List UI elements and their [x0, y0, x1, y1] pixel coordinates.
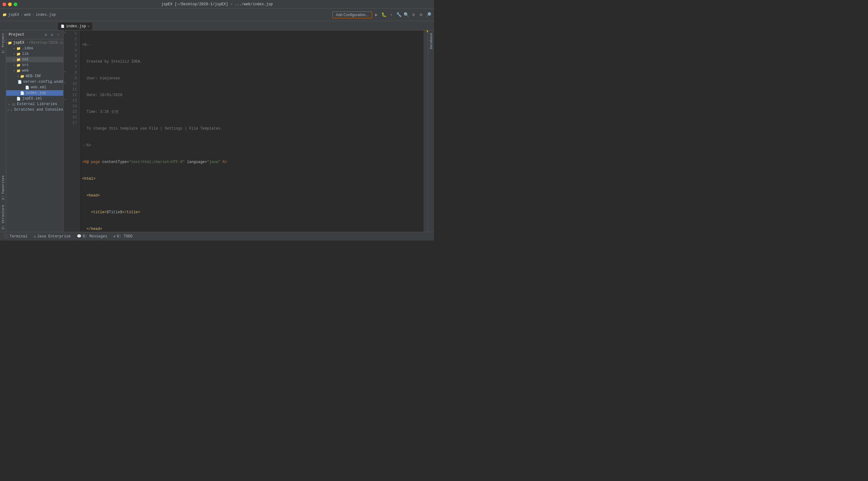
tree-label-webxml: web.xml: [31, 85, 46, 90]
line-numbers: 1 2 3 4 5 6 7 8 9 10 11 12 13 14 15 16 1…: [67, 30, 80, 232]
terminal-label: Terminal: [9, 234, 28, 239]
tree-arrow-src: ▸: [12, 63, 16, 67]
code-line-10: <head>: [82, 193, 421, 198]
folder-webinf-icon: 📁: [20, 74, 25, 79]
line-num-15: 15: [67, 109, 77, 115]
add-configuration-button[interactable]: Add Configuration...: [332, 11, 372, 18]
tab-close-button[interactable]: ✕: [88, 25, 90, 28]
minimize-button[interactable]: [8, 2, 12, 6]
messages-label: 0: Messages: [83, 234, 107, 239]
bottom-toolbar: ⬛ Terminal ☕ Java Enterprise 💬 0: Messag…: [0, 232, 434, 241]
tree-arrow-scratches: ▸: [7, 108, 9, 112]
line-num-12: 12: [67, 92, 77, 98]
tree-item-out[interactable]: ▸ 📁 out: [6, 57, 63, 62]
code-line-3: User: kimjunseo: [82, 76, 421, 81]
java-enterprise-label: Java Enterprise: [37, 234, 71, 239]
line-num-8: 8: [67, 70, 77, 76]
debug-icon[interactable]: 🐛: [381, 12, 387, 18]
line-num-13: 13: [67, 98, 77, 103]
profile-icon[interactable]: 🔧: [396, 12, 402, 18]
search2-icon[interactable]: 🔎: [425, 12, 432, 18]
scroll-marker: [427, 30, 428, 32]
tree-arrow-webinf: ▾: [16, 75, 20, 78]
window-title: jspEX [~/Desktop/2020-1/jspEX] – .../web…: [161, 2, 273, 6]
code-editor[interactable]: <%-- Created by IntelliJ IDEA. User: kim…: [80, 30, 424, 232]
tree-item-lib[interactable]: ▸ 📁 lib: [6, 51, 63, 57]
tree-label-idea: .idea: [22, 46, 33, 51]
tree-arrow-out: ▸: [12, 58, 16, 61]
tree-item-indexjsp[interactable]: ▸ 📄 index.jsp: [6, 90, 63, 96]
todo-icon: ✔: [113, 234, 116, 239]
file-wsdd-icon: 📄: [18, 79, 22, 84]
tree-item-webinf[interactable]: ▾ 📁 WEB-INF: [6, 73, 63, 79]
editor-area[interactable]: ⊖ ⊖ ⊖ ⊖ 1 2 3 4 5 6 7 8 9 10 11 12 13 14…: [63, 30, 428, 232]
line-num-4: 4: [67, 48, 77, 53]
project-tree: ▾ 📁 jspEX ~/Desktop/2020-1/jspEX ▸ 📁 .id…: [6, 39, 63, 232]
search-icon[interactable]: 🔍: [403, 12, 409, 18]
title-bar: jspEX [~/Desktop/2020-1/jspEX] – .../web…: [0, 0, 434, 9]
tree-item-idea[interactable]: ▸ 📁 .idea: [6, 46, 63, 51]
maximize-button[interactable]: [13, 2, 17, 6]
terminal-tab[interactable]: ⬛ Terminal: [2, 233, 29, 239]
tab-label: index.jsp: [66, 24, 86, 29]
line-num-5: 5: [67, 53, 77, 59]
scratches-icon: ✏: [9, 107, 13, 112]
tree-item-web[interactable]: ▾ 📁 web: [6, 68, 63, 73]
folder-src-icon: 📁: [16, 63, 21, 67]
project-icon: 📁: [8, 40, 12, 45]
tree-item-ext-libs[interactable]: ▸ 🗂 External Libraries: [6, 101, 63, 107]
window-controls: [2, 2, 17, 6]
tree-label-indexjsp: index.jsp: [26, 91, 46, 95]
gear-icon[interactable]: ⚙: [50, 32, 55, 37]
close-button[interactable]: [2, 2, 6, 6]
messages-tab[interactable]: 💬 0: Messages: [75, 233, 108, 239]
settings-icon[interactable]: ⚙: [410, 12, 417, 18]
java-enterprise-tab[interactable]: ☕ Java Enterprise: [33, 233, 72, 239]
tab-index-jsp[interactable]: 📄 index.jsp ✕: [57, 22, 93, 30]
main-area: 1: Project 2: Favorites Z: Structure Pro…: [0, 30, 434, 232]
tree-arrow-ext-libs: ▸: [7, 102, 11, 106]
minimap-area[interactable]: [424, 30, 428, 232]
code-line-4: Date: 10/01/2020: [82, 92, 421, 98]
todo-tab[interactable]: ✔ 6: TODO: [112, 233, 134, 239]
todo-label: 6: TODO: [117, 234, 132, 239]
expand-icon[interactable]: ⊞: [418, 12, 424, 18]
tree-arrow-web: ▾: [12, 69, 16, 72]
tree-item-jspex[interactable]: ▾ 📁 jspEX ~/Desktop/2020-1/jspEX: [6, 40, 63, 46]
line-num-6: 6: [67, 59, 77, 64]
vertical-tabs-right: Database: [428, 30, 434, 232]
ext-libs-icon: 🗂: [11, 102, 16, 107]
code-line-9: <html>: [82, 176, 421, 182]
database-panel-tab[interactable]: Database: [429, 30, 434, 52]
coverage-icon[interactable]: ⚡: [388, 12, 394, 18]
code-line-6: To change this template use File | Setti…: [82, 126, 421, 131]
file-xml-icon: 📄: [25, 85, 30, 90]
tree-item-jspex-iml[interactable]: ▸ 📄 jspEX.iml: [6, 96, 63, 101]
code-line-7: --%>: [82, 143, 421, 148]
favorites-panel-tab[interactable]: 2: Favorites: [1, 173, 6, 202]
cog-icon[interactable]: ⚙: [43, 32, 48, 37]
tree-label-lib: lib: [22, 52, 29, 56]
project-panel-tab[interactable]: 1: Project: [1, 30, 6, 56]
breadcrumb-jspex[interactable]: jspEX: [8, 13, 19, 17]
run-icon[interactable]: ▶: [373, 12, 379, 18]
breadcrumb-web[interactable]: web: [24, 13, 31, 17]
breadcrumb-file[interactable]: index.jsp: [36, 13, 56, 17]
tree-item-scratches[interactable]: ▸ ✏ Scratches and Consoles: [6, 107, 63, 113]
sidebar-title: Project: [9, 33, 24, 37]
tree-item-server-config[interactable]: ▸ 📄 server-config.wsdd: [6, 79, 63, 85]
messages-icon: 💬: [77, 234, 82, 239]
tree-item-webxml[interactable]: ▸ 📄 web.xml: [6, 85, 63, 90]
structure-panel-tab[interactable]: Z: Structure: [1, 202, 6, 232]
terminal-icon: ⬛: [4, 234, 8, 239]
folder-web-icon: 📁: [16, 68, 21, 73]
tab-file-icon: 📄: [61, 25, 64, 28]
tree-label-out: out: [22, 57, 29, 62]
tree-item-src[interactable]: ▸ 📁 src: [6, 62, 63, 68]
breadcrumb-project[interactable]: 📁: [2, 13, 7, 17]
collapse-icon[interactable]: —: [56, 32, 61, 37]
java-enterprise-icon: ☕: [34, 234, 36, 239]
line-num-16: 16: [67, 115, 77, 120]
line-num-2: 2: [67, 36, 77, 42]
tree-label-webinf: WEB-INF: [26, 74, 41, 79]
